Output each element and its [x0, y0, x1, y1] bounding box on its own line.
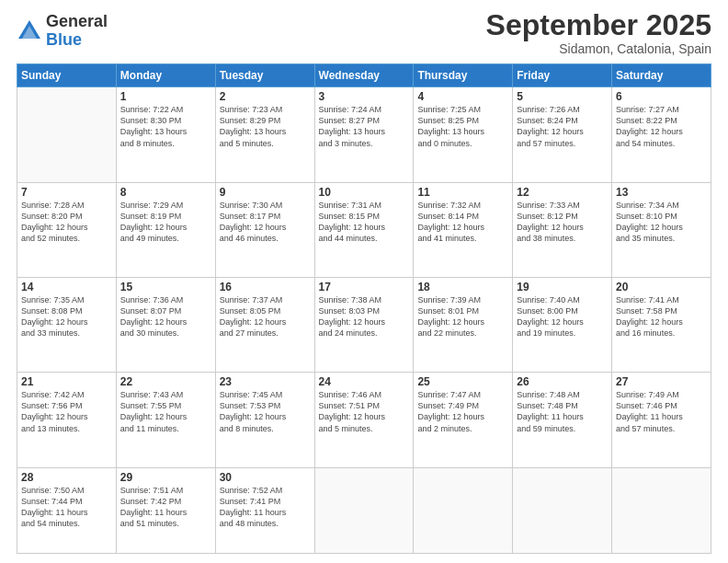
day-info: Sunrise: 7:22 AM Sunset: 8:30 PM Dayligh…	[120, 104, 211, 149]
calendar-cell: 9Sunrise: 7:30 AM Sunset: 8:17 PM Daylig…	[215, 182, 314, 277]
day-of-week-monday: Monday	[116, 64, 215, 87]
day-info: Sunrise: 7:48 AM Sunset: 7:48 PM Dayligh…	[517, 389, 608, 434]
day-of-week-friday: Friday	[513, 64, 612, 87]
day-number: 28	[21, 471, 112, 484]
day-info: Sunrise: 7:41 AM Sunset: 7:58 PM Dayligh…	[616, 294, 707, 339]
day-info: Sunrise: 7:43 AM Sunset: 7:55 PM Dayligh…	[120, 389, 211, 434]
calendar-cell: 16Sunrise: 7:37 AM Sunset: 8:05 PM Dayli…	[215, 277, 314, 372]
day-number: 18	[417, 281, 508, 293]
calendar-week-4: 21Sunrise: 7:42 AM Sunset: 7:56 PM Dayli…	[17, 373, 711, 467]
calendar-week-1: 1Sunrise: 7:22 AM Sunset: 8:30 PM Daylig…	[17, 87, 711, 182]
calendar-cell: 2Sunrise: 7:23 AM Sunset: 8:29 PM Daylig…	[215, 87, 314, 182]
day-number: 29	[120, 471, 211, 484]
calendar-cell: 29Sunrise: 7:51 AM Sunset: 7:42 PM Dayli…	[116, 467, 215, 554]
day-number: 2	[220, 90, 311, 103]
calendar-cell: 25Sunrise: 7:47 AM Sunset: 7:49 PM Dayli…	[414, 373, 513, 467]
calendar-cell: 5Sunrise: 7:26 AM Sunset: 8:24 PM Daylig…	[513, 87, 612, 182]
calendar-cell: 8Sunrise: 7:29 AM Sunset: 8:19 PM Daylig…	[116, 182, 215, 277]
day-info: Sunrise: 7:31 AM Sunset: 8:15 PM Dayligh…	[319, 200, 410, 245]
calendar-cell: 4Sunrise: 7:25 AM Sunset: 8:25 PM Daylig…	[414, 87, 513, 182]
day-number: 1	[120, 90, 211, 103]
day-info: Sunrise: 7:29 AM Sunset: 8:19 PM Dayligh…	[120, 200, 211, 245]
title-block: September 2025 Sidamon, Catalonia, Spain	[486, 9, 711, 56]
calendar-cell: 30Sunrise: 7:52 AM Sunset: 7:41 PM Dayli…	[215, 467, 314, 554]
day-info: Sunrise: 7:50 AM Sunset: 7:44 PM Dayligh…	[21, 485, 112, 530]
day-number: 22	[120, 375, 211, 388]
day-info: Sunrise: 7:34 AM Sunset: 8:10 PM Dayligh…	[616, 200, 707, 245]
calendar-cell: 23Sunrise: 7:45 AM Sunset: 7:53 PM Dayli…	[215, 373, 314, 467]
day-info: Sunrise: 7:39 AM Sunset: 8:01 PM Dayligh…	[417, 294, 508, 339]
day-info: Sunrise: 7:26 AM Sunset: 8:24 PM Dayligh…	[517, 104, 608, 149]
day-info: Sunrise: 7:40 AM Sunset: 8:00 PM Dayligh…	[517, 294, 608, 339]
calendar-cell: 3Sunrise: 7:24 AM Sunset: 8:27 PM Daylig…	[314, 87, 414, 182]
day-info: Sunrise: 7:23 AM Sunset: 8:29 PM Dayligh…	[220, 104, 311, 149]
calendar-cell: 17Sunrise: 7:38 AM Sunset: 8:03 PM Dayli…	[314, 277, 414, 372]
day-info: Sunrise: 7:46 AM Sunset: 7:51 PM Dayligh…	[319, 389, 410, 434]
calendar-cell: 10Sunrise: 7:31 AM Sunset: 8:15 PM Dayli…	[314, 182, 414, 277]
calendar-cell: 24Sunrise: 7:46 AM Sunset: 7:51 PM Dayli…	[314, 373, 414, 467]
day-number: 23	[220, 375, 311, 388]
calendar-cell: 6Sunrise: 7:27 AM Sunset: 8:22 PM Daylig…	[612, 87, 711, 182]
logo-general: General	[46, 13, 108, 31]
day-info: Sunrise: 7:30 AM Sunset: 8:17 PM Dayligh…	[220, 200, 311, 245]
calendar-cell	[314, 467, 414, 554]
day-number: 9	[220, 186, 311, 199]
day-info: Sunrise: 7:51 AM Sunset: 7:42 PM Dayligh…	[120, 485, 211, 530]
day-number: 19	[517, 281, 608, 293]
day-number: 8	[120, 186, 211, 199]
day-number: 20	[616, 281, 707, 293]
calendar-cell: 21Sunrise: 7:42 AM Sunset: 7:56 PM Dayli…	[17, 373, 117, 467]
day-number: 27	[616, 375, 707, 388]
logo-blue: Blue	[46, 31, 108, 50]
day-of-week-sunday: Sunday	[17, 64, 117, 87]
calendar-cell: 13Sunrise: 7:34 AM Sunset: 8:10 PM Dayli…	[612, 182, 711, 277]
day-number: 25	[417, 375, 508, 388]
day-info: Sunrise: 7:45 AM Sunset: 7:53 PM Dayligh…	[220, 389, 311, 434]
day-number: 17	[319, 281, 410, 293]
day-info: Sunrise: 7:52 AM Sunset: 7:41 PM Dayligh…	[220, 485, 311, 530]
day-number: 6	[616, 90, 707, 103]
calendar-cell: 15Sunrise: 7:36 AM Sunset: 8:07 PM Dayli…	[116, 277, 215, 372]
day-of-week-thursday: Thursday	[414, 64, 513, 87]
calendar-cell: 20Sunrise: 7:41 AM Sunset: 7:58 PM Dayli…	[612, 277, 711, 372]
calendar-cell: 1Sunrise: 7:22 AM Sunset: 8:30 PM Daylig…	[116, 87, 215, 182]
day-number: 24	[319, 375, 410, 388]
day-number: 30	[220, 471, 311, 484]
calendar-header-row: SundayMondayTuesdayWednesdayThursdayFrid…	[17, 64, 711, 87]
day-number: 11	[417, 186, 508, 199]
calendar-week-2: 7Sunrise: 7:28 AM Sunset: 8:20 PM Daylig…	[17, 182, 711, 277]
logo-text: General Blue	[46, 13, 108, 50]
day-number: 5	[517, 90, 608, 103]
calendar-week-5: 28Sunrise: 7:50 AM Sunset: 7:44 PM Dayli…	[17, 467, 711, 554]
day-number: 15	[120, 281, 211, 293]
day-info: Sunrise: 7:24 AM Sunset: 8:27 PM Dayligh…	[319, 104, 410, 149]
logo: General Blue	[17, 13, 108, 50]
month-title: September 2025	[486, 9, 711, 41]
day-number: 26	[517, 375, 608, 388]
day-number: 12	[517, 186, 608, 199]
calendar-cell: 27Sunrise: 7:49 AM Sunset: 7:46 PM Dayli…	[612, 373, 711, 467]
day-info: Sunrise: 7:49 AM Sunset: 7:46 PM Dayligh…	[616, 389, 707, 434]
calendar-cell: 14Sunrise: 7:35 AM Sunset: 8:08 PM Dayli…	[17, 277, 117, 372]
page: General Blue September 2025 Sidamon, Cat…	[0, 0, 728, 563]
calendar-cell	[612, 467, 711, 554]
header: General Blue September 2025 Sidamon, Cat…	[17, 9, 711, 56]
day-info: Sunrise: 7:38 AM Sunset: 8:03 PM Dayligh…	[319, 294, 410, 339]
day-number: 16	[220, 281, 311, 293]
day-number: 10	[319, 186, 410, 199]
calendar-cell	[414, 467, 513, 554]
day-info: Sunrise: 7:27 AM Sunset: 8:22 PM Dayligh…	[616, 104, 707, 149]
calendar-cell: 7Sunrise: 7:28 AM Sunset: 8:20 PM Daylig…	[17, 182, 117, 277]
day-number: 14	[21, 281, 112, 293]
day-info: Sunrise: 7:47 AM Sunset: 7:49 PM Dayligh…	[417, 389, 508, 434]
day-info: Sunrise: 7:25 AM Sunset: 8:25 PM Dayligh…	[417, 104, 508, 149]
calendar-cell	[513, 467, 612, 554]
day-number: 13	[616, 186, 707, 199]
day-info: Sunrise: 7:28 AM Sunset: 8:20 PM Dayligh…	[21, 200, 112, 245]
calendar-cell: 11Sunrise: 7:32 AM Sunset: 8:14 PM Dayli…	[414, 182, 513, 277]
day-number: 21	[21, 375, 112, 388]
logo-icon	[17, 18, 42, 44]
calendar-cell: 12Sunrise: 7:33 AM Sunset: 8:12 PM Dayli…	[513, 182, 612, 277]
day-info: Sunrise: 7:36 AM Sunset: 8:07 PM Dayligh…	[120, 294, 211, 339]
day-info: Sunrise: 7:37 AM Sunset: 8:05 PM Dayligh…	[220, 294, 311, 339]
